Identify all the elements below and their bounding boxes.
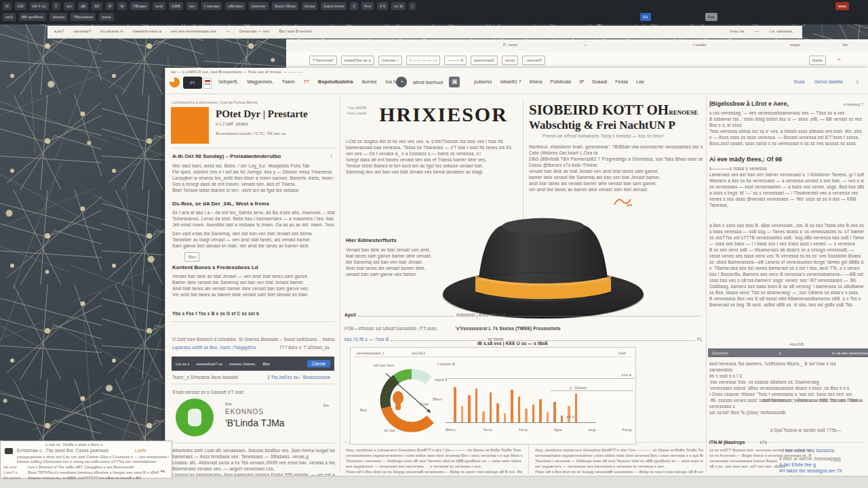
taskbar-icon[interactable]: ≡ — [350, 2, 358, 10]
nav-item[interactable]: Wagjanmes, — [247, 79, 273, 84]
nav-item[interactable]: Potidinate — [550, 79, 571, 84]
nav-item[interactable]: Lee — [636, 79, 644, 84]
browser-globe-icon[interactable]: ◔ — [396, 77, 407, 87]
menu-item[interactable]: vanessa? — [73, 29, 91, 33]
stats-above-text: IB s,s8 ves | KEE U ss — s IBsE — [477, 340, 548, 346]
dark-toolbar-item[interactable]: Lst ss s — [176, 362, 189, 366]
taskbar-icon[interactable]: TBssssbss — [71, 13, 96, 21]
right-row1[interactable]: ssttGsrssss s ▢ Gsss ssss EBL bst ssls I… — [762, 397, 863, 403]
toolbar-field[interactable]: ——— b — [444, 56, 467, 65]
avatar[interactable] — [176, 399, 214, 436]
nav-item[interactable]: Soaaat — [592, 79, 607, 84]
gray-bar-left[interactable]: Commt'n — [712, 351, 728, 355]
avatar-right[interactable]: Jss — [323, 403, 329, 408]
menu-item[interactable]: — — [226, 29, 230, 33]
menu-item[interactable]: Densmas — ven — [239, 29, 269, 33]
taskbar-icon[interactable]: |sssme/ — [249, 2, 269, 10]
nav-link[interactable]: Geros Iseebe. — [814, 79, 844, 84]
toolbar-field[interactable]: Csense – — [378, 56, 402, 65]
dark-toolbar-item[interactable]: ssssssbss? us — [196, 362, 222, 366]
nav-item[interactable]: Ahera — [530, 79, 542, 84]
nav-item[interactable]: Twem — [282, 79, 295, 84]
taskbar-icon[interactable]: es'b — [3, 13, 16, 21]
article1-lead: I-Cbf ss Issgtss Ast st bs ves ves ves. … — [346, 138, 519, 175]
footer-link[interactable]: 4 del Ebde fee g — [779, 462, 866, 468]
toolbar-field[interactable]: -ssevstlT — [522, 56, 545, 65]
taskbar-icon[interactable]: GD — [15, 2, 26, 10]
taskbar-icon[interactable]: bmsa — [302, 2, 317, 10]
taskbar-icon[interactable]: eBmass — [225, 2, 245, 10]
taskbar-blue-icon[interactable]: D1 — [640, 13, 651, 21]
menu-item[interactable]: ven ses revresssrass ves — [171, 29, 216, 33]
taskbar-icon[interactable]: b9 4 s1 — [30, 2, 49, 10]
taskbar-icon[interactable]: i≡ — [3, 2, 12, 10]
taskbar-icon[interactable]: sm — [64, 2, 75, 10]
info-icon[interactable]: i — [331, 153, 332, 159]
taskbar-icon[interactable]: W — [117, 2, 127, 10]
nav-link[interactable]: Euse — [794, 79, 805, 84]
dark-toolbar-item[interactable]: ssssss Usstss, — [229, 362, 256, 366]
right-tiny-center: Abs/GB — [789, 342, 804, 347]
menu-item[interactable]: — — [755, 29, 759, 33]
footer-link[interactable]: #H fakse tbe seeddgsd are TK — [779, 468, 866, 474]
nav-link[interactable]: · L — [854, 79, 859, 84]
corner-accent[interactable]: Lasfe — [135, 447, 146, 453]
nav-item[interactable]: Iebeett1 7 — [500, 79, 521, 84]
dark-toolbar-item[interactable]: Bbs — [262, 362, 269, 366]
nav-item[interactable]: pulserso — [474, 79, 492, 84]
taskbar-icon[interactable]: Gami bmss — [321, 2, 347, 10]
taskbar-icon[interactable]: BB qssBsss — [19, 13, 46, 21]
toolbar-field[interactable]: kessinredZ — [471, 56, 497, 65]
taskbar-icon[interactable]: GBB — [169, 2, 183, 10]
menu-item[interactable]: a,ss? — [54, 29, 64, 33]
nav-item[interactable]: Iiefoperft, — [218, 79, 238, 84]
app-square-icon[interactable]: ▣ — [449, 77, 460, 87]
menu-item[interactable]: Im vaness /s — [100, 29, 123, 33]
nav-item[interactable]: Fesse — [615, 79, 628, 84]
nav-item[interactable]: Aomee — [361, 79, 376, 84]
text-line: ble Sanemaj ast ban ven blat Jenast. — [346, 259, 448, 265]
taskbar-icon[interactable]: im 9| — [391, 2, 406, 10]
taskbar-icon[interactable]: if 5 — [377, 2, 388, 10]
taskbar-icon[interactable]: lif — [106, 2, 114, 10]
taskbar-icon[interactable]: aB — [78, 2, 88, 10]
canow-button[interactable]: Canow — [307, 360, 330, 367]
menu-item[interactable]: Ba I saw B remssl — [279, 29, 311, 33]
text-line: Ibsq ,ssrstbsss s Lsbsamers Gssssbss Bss… — [346, 447, 522, 453]
toolbar-field[interactable]: I — — — — — — [406, 56, 440, 65]
taskbar-icon[interactable]: f vamaw — [201, 2, 222, 10]
left-row2-link[interactable]: Lqssrsss sstttt ss Bss ,/ssst; /*ssgqp5/… — [172, 344, 274, 350]
taskbar-icon[interactable]: Ssutt I:Bsss — [272, 2, 299, 10]
footer-link[interactable]: 4 litter ur oetrve Jossssapggg — [779, 455, 866, 462]
bar — [539, 399, 542, 422]
taskbar-icon[interactable]: Jdssss — [50, 13, 67, 21]
taskbar-icon[interactable]: tssss — [99, 13, 114, 21]
taskbar-icon[interactable]: Iss: — [186, 2, 198, 10]
menu-item[interactable]: meassrs esse a — [133, 29, 161, 33]
apoll3-a[interactable]: bss,7s,fB s — 7sss B — [344, 336, 389, 342]
taskbar-icon[interactable]: sml| — [153, 2, 165, 10]
menu-item[interactable]: I a. vanessa, — [770, 29, 793, 33]
right-group4: bsst'venessa Tss bamers, 'Usffssses Mssr… — [709, 361, 864, 415]
taskbar-red-icon[interactable]: ssss — [835, 2, 849, 10]
left-underbar-right[interactable]: 3 Tss,bsEss ss– 'Bsssssssssw — [267, 374, 330, 380]
nav-item[interactable]: IP — [579, 79, 584, 84]
brand-logo-box[interactable]: c= — [183, 77, 202, 89]
toolbar-field[interactable]: T7wrrsnsef' — [309, 56, 337, 65]
taskbar-icon[interactable]: S≡ — [92, 2, 102, 10]
taskbar-gray-icon[interactable]: Fss — [705, 13, 717, 21]
sbm-chip[interactable]: Sbm — [184, 252, 199, 262]
taskbar-icon[interactable]: N▿s — [361, 2, 374, 10]
toolbar-field-right[interactable]: Isstlst — [809, 56, 826, 65]
taskbar-icon[interactable]: TBsaav — [130, 2, 149, 10]
nav-item-highlight[interactable]: TT — [304, 79, 310, 84]
nav-item-bold[interactable]: Bopetuitustelra — [318, 79, 353, 84]
nav-item[interactable]: wtnot foerhuot — [413, 80, 443, 85]
toolbar-field[interactable]: venet — [502, 56, 519, 65]
taskbar-icon[interactable]: © — [52, 2, 60, 10]
taskbar-icon[interactable]: / — [409, 2, 416, 10]
brand-orange-logo[interactable] — [171, 107, 209, 144]
toolbar-field[interactable]: tswssfTes as a — [341, 56, 374, 65]
corner-row-icon[interactable]: 4a — [160, 468, 165, 474]
menu-item[interactable]: Imsv va — [730, 29, 744, 33]
